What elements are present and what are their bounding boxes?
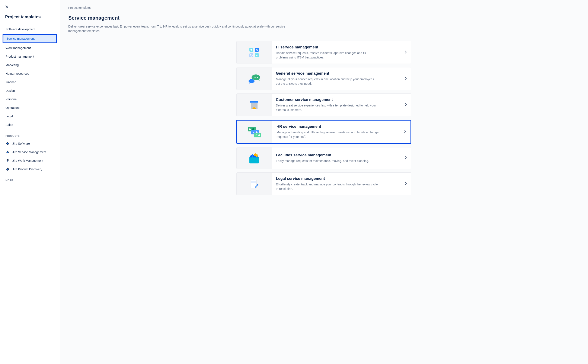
template-card-body: IT service managementHandle service requ…	[271, 41, 411, 64]
chevron-right-icon	[405, 182, 407, 186]
sidebar-category-item[interactable]: Human resources	[3, 70, 57, 78]
chevron-right-icon	[405, 77, 407, 81]
template-card[interactable]: Customer service managementDeliver great…	[236, 93, 411, 116]
template-card-description: Deliver great service experiences fast w…	[276, 103, 378, 112]
sidebar-title: Project templates	[5, 14, 57, 20]
template-card-thumb	[237, 41, 271, 64]
svg-rect-18	[252, 109, 256, 110]
template-card-title: HR service management	[277, 124, 400, 129]
products-section-label: PRODUCTS	[6, 135, 54, 137]
product-nav: Jira SoftwareJira Service ManagementJira…	[3, 140, 57, 173]
svg-point-11	[254, 77, 255, 78]
template-card[interactable]: General service managementManage all you…	[236, 67, 411, 90]
sidebar-category-item[interactable]: Operations	[3, 104, 57, 112]
template-card[interactable]: HR service managementManage onboarding a…	[236, 120, 411, 144]
template-card-title: General service management	[276, 71, 401, 76]
sidebar-product-item[interactable]: Jira Work Management	[3, 157, 57, 164]
template-card[interactable]: Facilities service managementEasily mana…	[236, 147, 411, 169]
jira-software-icon	[6, 142, 10, 146]
sidebar-category-item[interactable]: Design	[3, 87, 57, 95]
template-card-description: Manage all your service requests in one …	[276, 77, 378, 86]
template-card-description: Easily manage requests for maintenance, …	[276, 159, 378, 163]
template-card-title: Customer service management	[276, 98, 401, 102]
sidebar-category-item[interactable]: Sales	[3, 121, 57, 129]
template-card-thumb	[237, 173, 271, 195]
template-card[interactable]: IT service managementHandle service requ…	[236, 41, 411, 64]
sidebar-product-item[interactable]: Jira Product Discovery	[3, 165, 57, 173]
svg-rect-15	[250, 101, 258, 102]
close-icon	[5, 5, 9, 9]
sidebar-category-item[interactable]: Finance	[3, 78, 57, 86]
template-card-description: Effortlessly create, track and manage yo…	[276, 182, 378, 191]
chevron-right-icon	[404, 130, 406, 134]
chevron-right-icon	[405, 156, 407, 160]
svg-rect-24	[254, 133, 261, 137]
more-section-label: MORE	[6, 179, 54, 182]
template-card-body: Facilities service managementEasily mana…	[271, 147, 411, 169]
sidebar-category-item[interactable]: Product management	[3, 53, 57, 60]
sidebar-category-item[interactable]: Work management	[3, 44, 57, 52]
svg-point-9	[249, 79, 255, 83]
template-card-body: General service managementManage all you…	[271, 67, 411, 90]
sidebar-category-item[interactable]: Service management	[3, 34, 57, 43]
template-card-thumb	[237, 94, 271, 116]
page-description: Deliver great service experiences fast. …	[68, 24, 303, 33]
svg-rect-30	[251, 181, 256, 182]
template-card-thumb	[237, 121, 272, 143]
close-button[interactable]	[4, 4, 9, 9]
svg-point-21	[252, 128, 254, 130]
sidebar-category-item[interactable]: Personal	[3, 95, 57, 103]
breadcrumb[interactable]: Project templates	[68, 6, 580, 9]
svg-rect-5	[249, 53, 253, 57]
sidebar-product-item[interactable]: Jira Software	[3, 140, 57, 147]
chevron-right-icon	[405, 50, 407, 55]
product-label: Jira Work Management	[12, 159, 43, 162]
svg-point-12	[255, 77, 256, 78]
page-title: Service management	[68, 15, 580, 21]
template-card-description: Handle service requests, resolve inciden…	[276, 51, 378, 60]
template-card-thumb	[237, 147, 271, 169]
template-card-title: IT service management	[276, 45, 401, 50]
svg-point-23	[256, 131, 258, 133]
sidebar-category-item[interactable]: Marketing	[3, 61, 57, 69]
sidebar: Project templates Software developmentSe…	[0, 0, 60, 364]
product-label: Jira Service Management	[12, 150, 46, 154]
svg-point-13	[257, 77, 258, 78]
template-card-title: Legal service management	[276, 176, 401, 181]
jira-service-icon	[6, 150, 10, 154]
svg-rect-32	[251, 184, 254, 184]
product-label: Jira Software	[12, 142, 30, 145]
template-card-list: IT service managementHandle service requ…	[236, 41, 411, 195]
sidebar-product-item[interactable]: Jira Service Management	[3, 148, 57, 156]
main-content: Project templates Service management Del…	[60, 0, 588, 364]
svg-point-7	[251, 49, 252, 51]
template-card-thumb	[237, 67, 271, 90]
sidebar-category-item[interactable]: Software development	[3, 25, 57, 33]
svg-point-20	[249, 129, 251, 130]
sidebar-category-item[interactable]: Legal	[3, 112, 57, 120]
svg-rect-28	[256, 154, 258, 157]
chevron-right-icon	[405, 103, 407, 107]
template-card-description: Manage onboarding and offboarding, answe…	[277, 130, 379, 139]
template-card-body: Customer service managementDeliver great…	[271, 94, 411, 116]
product-label: Jira Product Discovery	[12, 168, 42, 171]
category-nav: Software developmentService managementWo…	[3, 25, 57, 129]
template-card-body: Legal service managementEffortlessly cre…	[271, 173, 411, 195]
svg-rect-31	[251, 182, 256, 183]
template-card-body: HR service managementManage onboarding a…	[272, 121, 410, 143]
svg-point-25	[258, 134, 260, 136]
svg-rect-26	[252, 154, 253, 157]
jira-discovery-icon	[6, 167, 10, 171]
svg-point-2	[7, 169, 8, 170]
jira-work-icon	[6, 159, 10, 163]
template-card-title: Facilities service management	[276, 153, 401, 157]
template-card[interactable]: Legal service managementEffortlessly cre…	[236, 172, 411, 195]
